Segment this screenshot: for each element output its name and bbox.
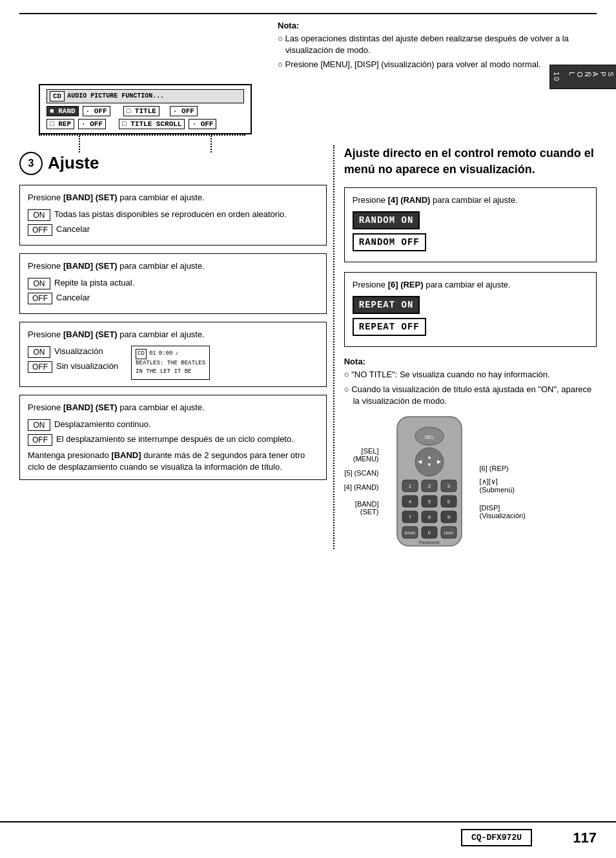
label-submenu: [∧][∨](Submenú) — [480, 477, 526, 494]
nota-top-item-2: Presione [MENU], [DISP] (visualización) … — [278, 59, 597, 70]
section-scroll-instruction: Presione [BAND] (SET) para cambiar el aj… — [28, 402, 318, 413]
page-number: 117 — [573, 830, 597, 846]
label-scan: [5] (SCAN) — [344, 469, 379, 477]
nota-bottom-item-1: "NO TITLE": Se visualiza cuando no hay i… — [344, 369, 597, 381]
title-on-off: ON Visualización OFF Sin visualización — [28, 346, 118, 375]
svg-text:SEL: SEL — [424, 434, 435, 440]
svg-text:0: 0 — [427, 530, 431, 536]
remote-rep-instruction: Presione [6] (REP) para cambiar el ajust… — [353, 279, 588, 291]
top-border — [19, 13, 597, 14]
svg-text:▶: ▶ — [437, 459, 442, 465]
title-scroll-box: □ TITLE SCROLL — [119, 119, 185, 129]
cd-label: CD — [50, 91, 65, 101]
nota-top-title: Nota: — [278, 21, 597, 30]
on-label-title: ON — [28, 346, 50, 358]
remote-rep: Presione [6] (REP) para cambiar el ajust… — [344, 272, 597, 347]
svg-text:9: 9 — [447, 514, 450, 520]
off-label-title: OFF — [28, 361, 52, 373]
section-rep-bold: [BAND] (SET) — [63, 261, 118, 271]
svg-text:Panasonic: Panasonic — [418, 540, 440, 545]
svg-text:▼: ▼ — [427, 462, 432, 468]
svg-text:BAND: BAND — [404, 531, 415, 535]
remote-labels-right: [6] (REP) [∧][∨](Submenú) [DISP](Visuali… — [480, 443, 526, 519]
dotted-h — [39, 134, 245, 136]
cd-display-box: CD AUDIO PICTURE FUNCTION... ■ RAND · OF… — [39, 84, 252, 134]
right-header-text: Ajuste directo en el control remoto cuan… — [344, 147, 594, 176]
on-off-title-on: ON Visualización — [28, 346, 118, 358]
remote-rand-bold: [4] (RAND) — [388, 195, 431, 205]
title-display-row: ON Visualización OFF Sin visualización C… — [28, 346, 318, 380]
label-sel: [SEL](MENU) — [344, 447, 379, 463]
step-title: Ajuste — [48, 153, 99, 173]
cd-sm-row3: IN THE LET IT BE — [136, 368, 205, 377]
cd-display-text: AUDIO PICTURE FUNCTION... — [67, 92, 164, 99]
remote-rep-bold: [6] (REP) — [388, 280, 424, 289]
label-disp: [DISP](Visualización) — [480, 504, 526, 519]
on-off-scroll-off: OFF El desplazamiento se interrumpe desp… — [28, 434, 318, 446]
nota-bottom-list: "NO TITLE": Se visualiza cuando no hay i… — [344, 369, 597, 407]
cd-display-row2: ■ RAND · OFF □ TITLE · OFF — [46, 106, 244, 116]
svg-text:4: 4 — [408, 499, 411, 505]
off-label-rep: OFF — [28, 293, 52, 304]
cd-sm-icon: ♪ — [175, 350, 178, 359]
main-layout: 3 Ajuste Presione [BAND] (SET) para camb… — [19, 145, 597, 549]
step-number: 3 — [28, 158, 34, 169]
nota-bottom-item-2: Cuando la visualización de título está a… — [344, 384, 597, 407]
on-label-rep: ON — [28, 278, 50, 289]
rep-box: □ REP — [46, 119, 74, 129]
nota-bottom-title: Nota: — [344, 357, 597, 366]
svg-text:◀: ◀ — [418, 459, 422, 465]
cd-small-display: CD 01 0:00 ♪ BEATLES: THE BEATLES IN THE… — [131, 346, 210, 380]
remote-diagram-inner: [SEL](MENU) [5] (SCAN) [4] (RAND) [BAND]… — [344, 413, 597, 549]
cd-sm-track: 01 — [149, 350, 156, 359]
on-label-rand: ON — [28, 209, 50, 221]
on-label-scroll: ON — [28, 419, 50, 431]
off-indicator-4: · OFF — [189, 119, 216, 129]
cd-display-row3: □ REP · OFF □ TITLE SCROLL · OFF — [46, 119, 244, 129]
label-rep: [6] (REP) — [480, 465, 526, 472]
section-scroll: Presione [BAND] (SET) para cambiar el aj… — [19, 395, 327, 481]
scroll-extra-note: Mantenga presionado [BAND] durante más d… — [28, 450, 318, 473]
svg-text:8: 8 — [427, 514, 431, 520]
on-desc-rep: Repite la pista actual. — [54, 277, 134, 289]
off-label-rand: OFF — [28, 224, 52, 236]
label-right-empty — [480, 446, 526, 459]
remote-diagram: [SEL](MENU) [5] (SCAN) [4] (RAND) [BAND]… — [344, 413, 597, 549]
label-rand: [4] (RAND) — [344, 483, 379, 491]
nota-bottom-right: Nota: "NO TITLE": Se visualiza cuando no… — [344, 357, 597, 407]
step-circle: 3 — [19, 152, 43, 175]
page: Nota: Las operaciones distintas del ajus… — [0, 0, 616, 858]
off-label-scroll: OFF — [28, 434, 52, 446]
remote-svg: SEL ▲ ▼ ◀ ▶ 1 2 3 — [384, 413, 475, 549]
on-off-scroll-on: ON Desplazamiento continuo. — [28, 419, 318, 431]
on-off-rep-off: OFF Cancelar — [28, 292, 318, 304]
on-desc-title: Visualización — [54, 346, 103, 357]
bottom-bar — [0, 821, 616, 822]
step-header: 3 Ajuste — [19, 152, 327, 175]
nota-top: Nota: Las operaciones distintas del ajus… — [278, 21, 597, 71]
nota-top-list: Las operaciones distintas del ajuste deb… — [278, 33, 597, 71]
scroll-band-bold: [BAND] — [111, 450, 141, 460]
svg-text:3: 3 — [447, 483, 450, 489]
on-off-rand-on: ON Todas las pistas disponibles se repro… — [28, 209, 318, 221]
off-desc-rep: Cancelar — [56, 292, 90, 304]
svg-text:7: 7 — [408, 514, 411, 520]
section-rep: Presione [BAND] (SET) para cambiar el aj… — [19, 253, 327, 314]
svg-text:6: 6 — [447, 499, 450, 505]
side-tab-text: ESPAÑOL10 — [553, 72, 616, 82]
svg-text:1: 1 — [408, 483, 411, 489]
cd-display-area: CD AUDIO PICTURE FUNCTION... ■ RAND · OF… — [19, 78, 597, 134]
svg-text:5: 5 — [427, 499, 431, 505]
section-title-bold: [BAND] (SET) — [63, 330, 118, 339]
section-rand-bold: [BAND] (SET) — [63, 193, 118, 202]
repeat-on-btn: REPEAT ON — [353, 296, 420, 314]
on-off-title-off: OFF Sin visualización — [28, 361, 118, 373]
svg-text:DISP: DISP — [444, 531, 453, 535]
off-desc-scroll: El desplazamiento se interrumpe después … — [56, 434, 294, 445]
on-off-rand-off: OFF Cancelar — [28, 224, 318, 236]
svg-text:2: 2 — [427, 483, 431, 489]
repeat-off-btn: REPEAT OFF — [353, 318, 426, 336]
on-off-rep-on: ON Repite la pista actual. — [28, 277, 318, 289]
svg-text:▲: ▲ — [427, 454, 432, 460]
off-desc-title: Sin visualización — [56, 361, 118, 372]
